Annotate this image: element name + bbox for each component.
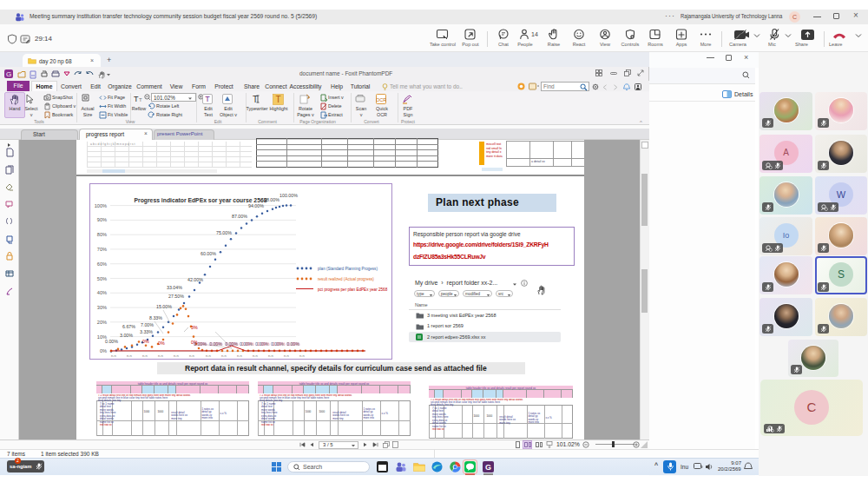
svg-text:42.00%: 42.00%	[187, 277, 203, 282]
svg-text:0.09%: 0.09%	[241, 341, 254, 347]
svg-text:plan (Standard Planning Proges: plan (Standard Planning Progess)	[318, 267, 378, 271]
svg-text:n.n: n.n	[299, 354, 305, 358]
svg-text:n.n: n.n	[189, 354, 194, 358]
svg-text:60.00%: 60.00%	[201, 251, 216, 256]
svg-text:50%: 50%	[97, 276, 107, 281]
svg-text:7.00%: 7.00%	[141, 322, 154, 327]
svg-text:3.33%: 3.33%	[140, 329, 153, 334]
svg-text:n.n: n.n	[158, 354, 163, 358]
svg-text:pct progress per plan EdPEx ye: pct progress per plan EdPEx year 2568	[318, 287, 388, 292]
svg-text:n.n: n.n	[237, 354, 242, 358]
svg-text:60%: 60%	[97, 261, 107, 267]
svg-text:100%: 100%	[95, 203, 107, 208]
svg-text:n.n: n.n	[142, 354, 148, 358]
svg-text:100.00%: 100.00%	[279, 193, 298, 198]
svg-text:T: T	[139, 97, 142, 102]
svg-text:94.00%: 94.00%	[248, 203, 264, 208]
svg-text:T: T	[205, 95, 210, 103]
svg-text:6.67%: 6.67%	[122, 324, 135, 329]
svg-text:8.33%: 8.33%	[149, 315, 162, 320]
svg-text:0.09%: 0.09%	[226, 341, 239, 347]
svg-text:Progress indicator EdPEx sor y: Progress indicator EdPEx sor year course…	[134, 197, 266, 204]
svg-text:80%: 80%	[97, 232, 107, 237]
svg-text:3%: 3%	[191, 325, 198, 330]
svg-text:T: T	[275, 95, 280, 104]
svg-text:n.n: n.n	[268, 354, 273, 358]
svg-text:n.n: n.n	[206, 354, 211, 358]
svg-text:3.00%: 3.00%	[120, 333, 133, 338]
svg-text:n.n: n.n	[174, 354, 179, 358]
svg-text:0.09%: 0.09%	[273, 341, 286, 347]
svg-text:0%: 0%	[158, 340, 165, 346]
svg-text:result realized (Actual progre: result realized (Actual progress)	[318, 277, 374, 281]
svg-text:G: G	[6, 70, 11, 78]
svg-text:0.09%: 0.09%	[287, 341, 300, 347]
svg-text:15.00%: 15.00%	[156, 304, 172, 309]
svg-text:0.09%: 0.09%	[194, 341, 207, 347]
svg-text:0%: 0%	[100, 348, 107, 354]
svg-text:33.04%: 33.04%	[167, 285, 182, 290]
svg-text:75.00%: 75.00%	[216, 230, 232, 235]
svg-text:n.n: n.n	[127, 354, 132, 358]
svg-text:87.00%: 87.00%	[232, 214, 247, 219]
svg-text:OCR: OCR	[376, 97, 386, 102]
svg-text:70%: 70%	[97, 247, 107, 252]
svg-text:G: G	[485, 463, 491, 472]
svg-text:40%: 40%	[97, 290, 107, 295]
svg-text:27.50%: 27.50%	[168, 294, 184, 299]
svg-text:20%: 20%	[97, 320, 107, 325]
svg-text:0.00%: 0.00%	[105, 339, 118, 344]
svg-text:n.n: n.n	[284, 354, 289, 358]
svg-text:30%: 30%	[97, 305, 107, 310]
svg-text:98.00%: 98.00%	[264, 197, 279, 202]
svg-text:0.09%: 0.09%	[257, 341, 270, 347]
svg-text:n.n: n.n	[221, 354, 227, 358]
svg-text:90%: 90%	[97, 217, 107, 222]
svg-text:0%: 0%	[142, 339, 149, 344]
svg-text:n.n: n.n	[111, 354, 116, 358]
svg-text:n.n: n.n	[253, 354, 258, 358]
svg-text:0.09%: 0.09%	[210, 341, 223, 347]
